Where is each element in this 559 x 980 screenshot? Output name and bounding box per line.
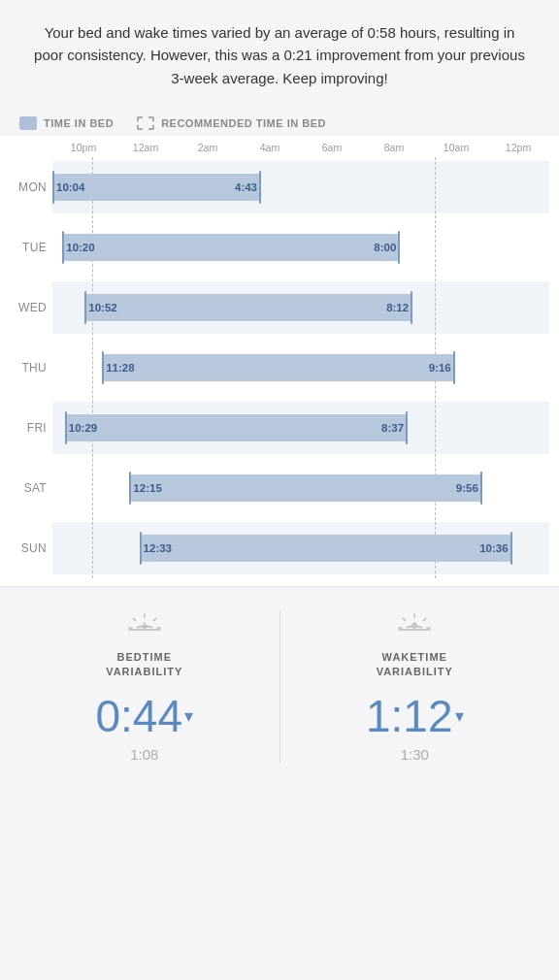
day-label: THU (0, 361, 47, 375)
time-axis: 10pm12am2am4am6am8am10am12pm (0, 136, 559, 157)
time-axis-label: 12pm (487, 142, 549, 153)
bar-end-time: 9:16 (429, 362, 451, 374)
bar-tick-left (65, 411, 67, 444)
legend-row: TIME IN BED RECOMMENDED TIME IN BED (0, 107, 559, 136)
bar-tick-right (398, 231, 400, 264)
time-axis-label: 4am (239, 142, 301, 153)
day-row: THU11:289:16 (52, 338, 549, 398)
bar-end-time: 8:12 (386, 302, 409, 313)
bar-end-time: 10:36 (479, 542, 508, 554)
bedtime-variability-title: BEDTIMEVARIABILITY (29, 650, 260, 680)
legend-time-in-bed-label: TIME IN BED (44, 117, 114, 129)
time-axis-label: 12am (115, 142, 177, 153)
bar-tick-right (480, 472, 482, 505)
col-divider (280, 610, 280, 763)
bar-start-time: 10:20 (66, 242, 94, 253)
bar-tick-left (102, 351, 104, 384)
waketime-value-text: 1:12 (366, 694, 453, 738)
svg-line-8 (404, 618, 406, 620)
bar-end-time: 8:00 (374, 242, 396, 253)
day-label: FRI (0, 421, 47, 435)
svg-line-2 (153, 618, 155, 620)
time-axis-label: 8am (363, 142, 425, 153)
day-row: FRI10:298:37 (52, 398, 549, 458)
day-label: SUN (0, 541, 47, 555)
legend-recommended: RECOMMENDED TIME IN BED (137, 116, 326, 130)
day-row: SUN12:3310:36 (52, 518, 549, 578)
time-axis-label: 10am (425, 142, 487, 153)
bar-start-time: 10:04 (56, 181, 84, 193)
day-row: WED10:528:12 (52, 278, 549, 338)
day-row: TUE10:208:00 (52, 217, 549, 278)
bedtime-value-text: 0:44 (95, 694, 182, 738)
bar-end-time: 9:56 (456, 482, 478, 494)
time-axis-label: 2am (177, 142, 239, 153)
bedtime-arrow-icon: ▾ (184, 707, 193, 725)
bar-tick-left (62, 231, 64, 264)
bar-start-time: 11:28 (106, 362, 134, 374)
day-label: WED (0, 301, 47, 314)
sleep-bar: 11:289:16 (102, 354, 455, 381)
bar-start-time: 10:52 (88, 302, 116, 313)
sleep-bar: 10:208:00 (62, 234, 400, 261)
bar-tick-left (140, 532, 142, 565)
waketime-arrow-icon: ▾ (455, 707, 464, 725)
waketime-variability-value: 1:12 ▾ (300, 694, 531, 738)
bar-tick-right (406, 411, 408, 444)
svg-line-9 (424, 618, 426, 620)
bar-tick-left (129, 472, 131, 505)
bar-tick-right (453, 351, 455, 384)
bedtime-variability-value: 0:44 ▾ (29, 694, 260, 738)
waketime-variability-col: WAKETIMEVARIABILITY 1:12 ▾ 1:30 (290, 610, 541, 763)
time-axis-label: 6am (301, 142, 363, 153)
bar-end-time: 4:43 (235, 181, 257, 193)
waketime-sub-value: 1:30 (300, 746, 531, 763)
waketime-icon (300, 610, 531, 642)
legend-recommended-label: RECOMMENDED TIME IN BED (161, 117, 326, 129)
day-label: SAT (0, 481, 47, 495)
sleep-bar: 10:044:43 (52, 174, 261, 201)
legend-solid-box (19, 116, 37, 130)
chart-area: 10pm12am2am4am6am8am10am12pm MON10:044:4… (0, 136, 559, 586)
bar-tick-right (259, 171, 261, 204)
waketime-variability-title: WAKETIMEVARIABILITY (300, 650, 531, 680)
sleep-bar: 10:298:37 (65, 414, 408, 441)
day-label: TUE (0, 241, 47, 254)
bedtime-sub-value: 1:08 (29, 746, 260, 763)
sleep-bar: 10:528:12 (84, 294, 412, 321)
day-row: MON10:044:43 (52, 157, 549, 217)
bar-tick-left (84, 291, 86, 324)
bottom-section: BEDTIMEVARIABILITY 0:44 ▾ 1:08 (0, 587, 559, 782)
summary-section: Your bed and wake times varied by an ave… (0, 0, 559, 107)
svg-line-1 (133, 618, 135, 620)
time-axis-label: 10pm (52, 142, 115, 153)
bar-start-time: 10:29 (69, 422, 97, 434)
bar-end-time: 8:37 (381, 422, 404, 434)
bedtime-variability-col: BEDTIMEVARIABILITY 0:44 ▾ 1:08 (19, 610, 270, 763)
sleep-bar: 12:159:56 (129, 474, 482, 502)
sleep-bar: 12:3310:36 (140, 535, 512, 562)
legend-time-in-bed: TIME IN BED (19, 116, 114, 130)
bedtime-icon (29, 610, 260, 642)
day-label: MON (0, 180, 47, 194)
chart-rows: MON10:044:43TUE10:208:00WED10:528:12THU1… (0, 157, 559, 578)
bar-start-time: 12:15 (133, 482, 161, 494)
day-row: SAT12:159:56 (52, 458, 549, 518)
bar-tick-right (411, 291, 412, 324)
bar-start-time: 12:33 (144, 542, 172, 554)
summary-text: Your bed and wake times varied by an ave… (34, 24, 525, 86)
bar-tick-left (52, 171, 54, 204)
legend-dashed-box (137, 116, 154, 130)
bar-tick-right (510, 532, 512, 565)
